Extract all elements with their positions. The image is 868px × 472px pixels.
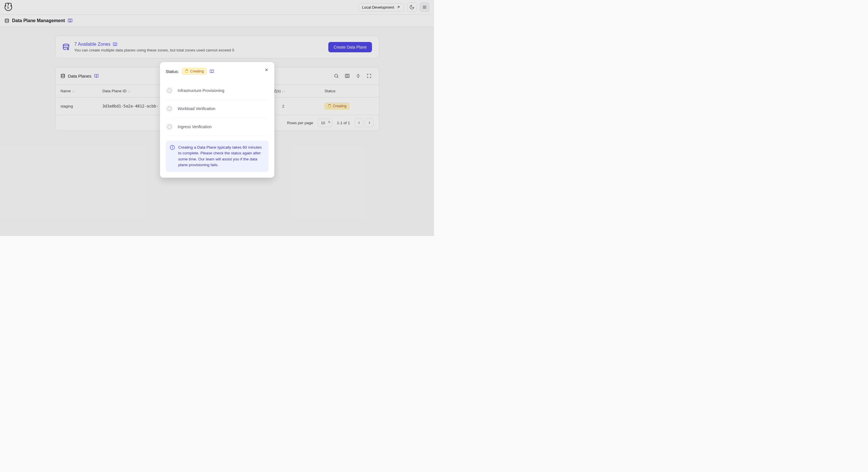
pending-icon bbox=[167, 125, 172, 129]
pending-icon bbox=[167, 107, 172, 111]
step-workload: Workload Verification bbox=[166, 100, 269, 118]
close-icon bbox=[264, 67, 269, 72]
step-infrastructure: Infrastructure Provisioning bbox=[166, 82, 269, 100]
step-label: Infrastructure Provisioning bbox=[178, 88, 225, 93]
modal-overlay: Status: Creating Infrastructure Provisio… bbox=[0, 0, 434, 236]
info-box: Creating a Data Plane typically takes 60… bbox=[166, 141, 269, 172]
info-icon bbox=[170, 145, 175, 150]
step-label: Ingress Verification bbox=[178, 124, 212, 129]
docs-icon[interactable] bbox=[210, 69, 214, 73]
info-text: Creating a Data Plane typically takes 60… bbox=[178, 145, 265, 168]
step-ingress: Ingress Verification bbox=[166, 118, 269, 136]
pending-icon bbox=[167, 89, 172, 93]
status-badge: Creating bbox=[182, 68, 207, 75]
step-label: Workload Verification bbox=[178, 106, 215, 111]
status-label: Status: bbox=[166, 69, 179, 74]
status-modal: Status: Creating Infrastructure Provisio… bbox=[160, 62, 274, 178]
spinner-icon bbox=[185, 69, 188, 73]
close-button[interactable] bbox=[263, 66, 270, 73]
